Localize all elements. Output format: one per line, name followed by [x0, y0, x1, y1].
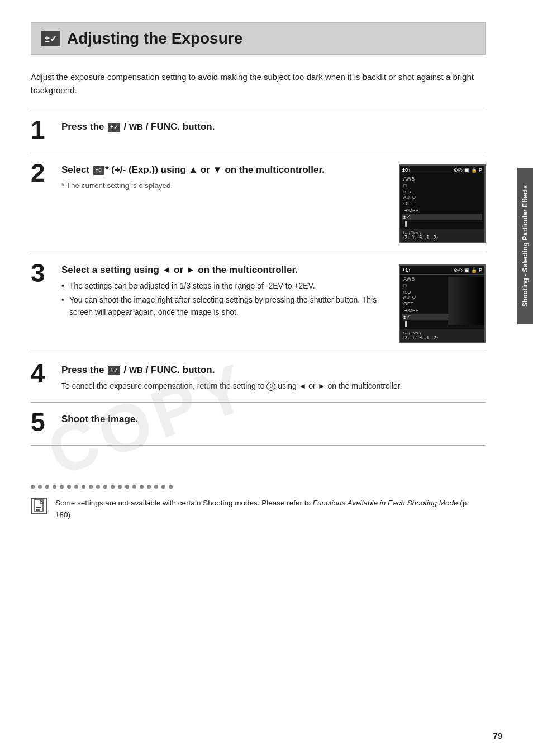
cam-item-off2: ◄OFF	[402, 207, 482, 214]
cam2-scene	[448, 277, 484, 325]
note-text: Some settings are not available with cer…	[55, 498, 486, 521]
exp-scale-2: ⁻2..1..0..1..2⁺	[402, 336, 482, 341]
dot-15	[132, 485, 136, 489]
dot-1	[31, 485, 35, 489]
step-1: 1 Press the ±✓ / WB / FUNC. button.	[31, 110, 486, 153]
note-main-text: Some settings are not available with cer…	[55, 499, 313, 507]
cam-icon-p-2: P	[479, 267, 482, 273]
step-number-2: 2	[31, 160, 61, 186]
sidebar-tab: Shooting - Selecting Particular Effects	[517, 168, 533, 324]
zero-icon: 0	[266, 382, 275, 391]
step4-icon: ±✓	[108, 366, 120, 375]
dot-18	[154, 485, 158, 489]
exp-label-1: +/- (Exp.)	[402, 230, 482, 235]
cam-item-exp: ±✓	[402, 214, 482, 220]
cam-item-bar: ▐	[402, 220, 482, 227]
cam-top-icons-2: ⊙◎ ▣ 🔒 P	[454, 267, 482, 273]
step-3-text-area: Select a setting using ◄ or ► on the mul…	[61, 263, 389, 321]
cam-icon-rec: ▣	[464, 167, 469, 173]
dot-2	[38, 485, 42, 489]
step-3-image: +1↑ ⊙◎ ▣ 🔒 P AWB □	[399, 264, 486, 343]
step-number-1: 1	[31, 117, 61, 143]
cam-icon-circle-2: ⊙◎	[454, 267, 463, 273]
bottom-section: Some settings are not available with cer…	[0, 468, 533, 532]
step-number-5: 5	[31, 409, 61, 435]
note-link-text: Functions Available in Each Shooting Mod…	[313, 499, 458, 507]
dot-10	[96, 485, 100, 489]
exp-scale-1: ⁻2..1..0..1..2⁺	[402, 235, 482, 240]
step-2: 2 Select ±0* (+/- (Exp.)) using ▲ or ▼ o…	[31, 153, 486, 253]
dot-5	[60, 485, 64, 489]
note-icon	[31, 498, 47, 514]
step-2-text-area: Select ±0* (+/- (Exp.)) using ▲ or ▼ on …	[61, 163, 389, 191]
cam-exp-val-2: +1↑	[402, 267, 411, 273]
cam-top-row-2: +1↑ ⊙◎ ▣ 🔒 P	[400, 266, 484, 275]
cam-icon-lock-2: 🔒	[471, 267, 477, 273]
cam-icon-rec-2: ▣	[464, 267, 469, 273]
title-icon: ±✓	[41, 31, 60, 46]
step-3-bullet-2: You can shoot the image right after sele…	[61, 294, 389, 318]
cam-item-sq: □	[402, 182, 482, 189]
cam-item-awb: AWB	[402, 176, 482, 182]
cam-icon-p: P	[479, 167, 482, 173]
cam-icon-circle: ⊙◎	[454, 167, 463, 173]
step-1-title: Press the ±✓ / WB / FUNC. button.	[61, 120, 486, 134]
note-doc-icon	[33, 499, 45, 513]
step-4-content: Press the ±✓ / WB / FUNC. button. To can…	[61, 363, 486, 392]
step-4: 4 Press the ±✓ / WB / FUNC. button. To c…	[31, 353, 486, 402]
step-2-inner: Select ±0* (+/- (Exp.)) using ▲ or ▼ on …	[61, 163, 486, 243]
dot-9	[89, 485, 93, 489]
step-2-title: Select ±0* (+/- (Exp.)) using ▲ or ▼ on …	[61, 163, 389, 177]
page: Shooting - Selecting Particular Effects …	[0, 0, 533, 756]
svg-rect-2	[36, 509, 40, 511]
note-box: Some settings are not available with cer…	[31, 498, 486, 521]
dot-20	[169, 485, 173, 489]
dot-8	[82, 485, 85, 489]
dot-12	[111, 485, 115, 489]
cam-bottom-bar-1: +/- (Exp.) ⁻2..1..0..1..2⁺	[400, 229, 484, 242]
step-5: 5 Shoot the image.	[31, 402, 486, 446]
sidebar-label: Shooting - Selecting Particular Effects	[521, 185, 529, 307]
step-5-title: Shoot the image.	[61, 413, 486, 426]
step-number-4: 4	[31, 360, 61, 386]
dot-17	[147, 485, 151, 489]
dot-14	[125, 485, 129, 489]
step-4-title: Press the ±✓ / WB / FUNC. button.	[61, 363, 486, 377]
step-2-content: Select ±0* (+/- (Exp.)) using ▲ or ▼ on …	[61, 163, 486, 243]
step-2-sub: * The current setting is displayed.	[61, 180, 389, 191]
exp-label-2: +/- (Exp.)	[402, 330, 482, 336]
dot-3	[45, 485, 49, 489]
dot-11	[103, 485, 107, 489]
step-4-sub: To cancel the exposure compensation, ret…	[61, 380, 486, 392]
intro-paragraph: Adjust the exposure compensation setting…	[31, 70, 486, 97]
step-2-image: ±0↑ ⊙◎ ▣ 🔒 P AWB □	[399, 164, 486, 243]
step-3-bullets: The settings can be adjusted in 1/3 step…	[61, 280, 389, 319]
cam-menu-1: AWB □ ISOAUTO OFF ◄OFF ±✓ ▐	[400, 174, 484, 228]
step4-func: FUNC.	[151, 365, 180, 375]
step1-wb: WB	[129, 122, 143, 131]
cam-screen-1: ±0↑ ⊙◎ ▣ 🔒 P AWB □	[399, 164, 486, 243]
cam-item-iso: ISOAUTO	[402, 189, 482, 200]
step2-icon: ±0	[93, 166, 104, 175]
step-5-content: Shoot the image.	[61, 413, 486, 429]
step-3: 3 Select a setting using ◄ or ► on the m…	[31, 253, 486, 353]
dot-4	[53, 485, 56, 489]
dot-6	[67, 485, 71, 489]
svg-rect-1	[36, 507, 41, 508]
title-block: ±✓ Adjusting the Exposure	[31, 22, 486, 55]
step-3-title: Select a setting using ◄ or ► on the mul…	[61, 263, 389, 277]
page-title: Adjusting the Exposure	[67, 30, 242, 48]
dot-16	[140, 485, 144, 489]
cam-item-off1: OFF	[402, 200, 482, 207]
step-number-3: 3	[31, 260, 61, 286]
cam-icon-lock: 🔒	[471, 167, 477, 173]
step4-wb: WB	[129, 365, 143, 375]
dot-19	[161, 485, 165, 489]
dots-row	[31, 485, 486, 489]
step-3-content: Select a setting using ◄ or ► on the mul…	[61, 263, 486, 343]
page-number: 79	[493, 731, 502, 740]
step1-icon: ±✓	[108, 123, 120, 132]
step1-func: FUNC.	[151, 121, 180, 132]
step-3-bullet-1: The settings can be adjusted in 1/3 step…	[61, 280, 389, 292]
dot-13	[118, 485, 122, 489]
